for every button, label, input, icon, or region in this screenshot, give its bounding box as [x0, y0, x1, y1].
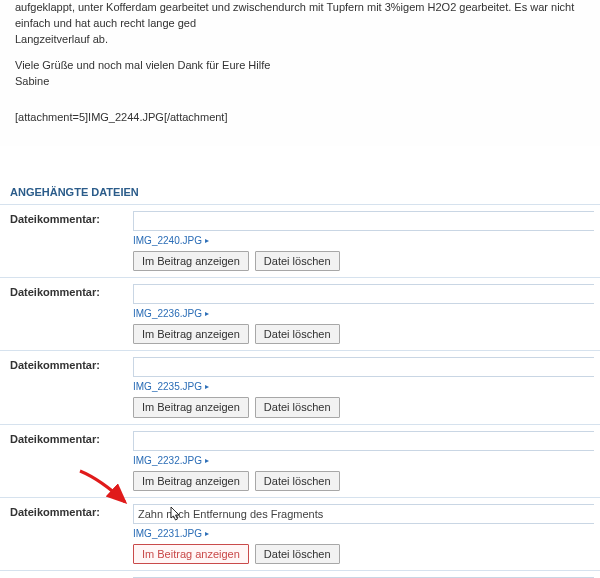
- file-comment-input[interactable]: [133, 211, 594, 231]
- chevron-right-icon: ▸: [205, 309, 209, 318]
- attachment-row: Dateikommentar:IMG_2240.JPG▸Im Beitrag a…: [0, 205, 600, 278]
- file-comment-label: Dateikommentar:: [0, 277, 129, 350]
- attachment-content: IMG_2240.JPG▸Im Beitrag anzeigenDatei lö…: [129, 205, 600, 278]
- attachment-row: Dateikommentar:IMG_2236.JPG▸Im Beitrag a…: [0, 277, 600, 350]
- file-comment-label: Dateikommentar:: [0, 351, 129, 424]
- file-name: IMG_2236.JPG: [133, 308, 202, 319]
- file-link[interactable]: IMG_2232.JPG▸: [133, 455, 209, 466]
- show-in-post-button[interactable]: Im Beitrag anzeigen: [133, 397, 249, 417]
- chevron-right-icon: ▸: [205, 529, 209, 538]
- show-in-post-button[interactable]: Im Beitrag anzeigen: [133, 251, 249, 271]
- attachment-bbcode: [attachment=5]IMG_2244.JPG[/attachment]: [15, 110, 590, 126]
- file-name: IMG_2232.JPG: [133, 455, 202, 466]
- attachment-content: IMG_2235.JPG▸Im Beitrag anzeigenDatei lö…: [129, 351, 600, 424]
- attachment-content: IMG_2231.JPG▸Im Beitrag anzeigenDatei lö…: [129, 497, 600, 570]
- attachment-row: Dateikommentar:IMG_2244.JPG▸Im Beitrag a…: [0, 571, 600, 578]
- post-line: aufgeklappt, unter Kofferdam gearbeitet …: [15, 0, 590, 32]
- show-in-post-button[interactable]: Im Beitrag anzeigen: [133, 471, 249, 491]
- chevron-right-icon: ▸: [205, 236, 209, 245]
- file-link[interactable]: IMG_2236.JPG▸: [133, 308, 209, 319]
- post-greeting: Viele Grüße und noch mal vielen Dank für…: [15, 59, 270, 71]
- file-name: IMG_2235.JPG: [133, 381, 202, 392]
- attachment-content: IMG_2244.JPG▸Im Beitrag anzeigenDatei lö…: [129, 571, 600, 578]
- show-in-post-button[interactable]: Im Beitrag anzeigen: [133, 324, 249, 344]
- file-comment-input[interactable]: [133, 357, 594, 377]
- attachment-content: IMG_2236.JPG▸Im Beitrag anzeigenDatei lö…: [129, 277, 600, 350]
- attachment-row: Dateikommentar:IMG_2232.JPG▸Im Beitrag a…: [0, 424, 600, 497]
- file-name: IMG_2231.JPG: [133, 528, 202, 539]
- attachment-row: Dateikommentar:IMG_2231.JPG▸Im Beitrag a…: [0, 497, 600, 570]
- file-comment-input[interactable]: [133, 504, 594, 524]
- chevron-right-icon: ▸: [205, 456, 209, 465]
- file-link[interactable]: IMG_2231.JPG▸: [133, 528, 209, 539]
- section-attached-files: ANGEHÄNGTE DATEIEN: [0, 180, 600, 205]
- file-comment-label: Dateikommentar:: [0, 205, 129, 278]
- file-comment-label: Dateikommentar:: [0, 571, 129, 578]
- attachments-table: Dateikommentar:IMG_2240.JPG▸Im Beitrag a…: [0, 205, 600, 578]
- file-comment-input[interactable]: [133, 431, 594, 451]
- file-name: IMG_2240.JPG: [133, 235, 202, 246]
- chevron-right-icon: ▸: [205, 382, 209, 391]
- delete-file-button[interactable]: Datei löschen: [255, 397, 340, 417]
- file-comment-label: Dateikommentar:: [0, 424, 129, 497]
- attachment-row: Dateikommentar:IMG_2235.JPG▸Im Beitrag a…: [0, 351, 600, 424]
- attachment-content: IMG_2232.JPG▸Im Beitrag anzeigenDatei lö…: [129, 424, 600, 497]
- file-link[interactable]: IMG_2240.JPG▸: [133, 235, 209, 246]
- file-comment-input[interactable]: [133, 284, 594, 304]
- post-preview: aufgeklappt, unter Kofferdam gearbeitet …: [0, 0, 600, 146]
- delete-file-button[interactable]: Datei löschen: [255, 324, 340, 344]
- delete-file-button[interactable]: Datei löschen: [255, 251, 340, 271]
- delete-file-button[interactable]: Datei löschen: [255, 544, 340, 564]
- file-link[interactable]: IMG_2235.JPG▸: [133, 381, 209, 392]
- show-in-post-button[interactable]: Im Beitrag anzeigen: [133, 544, 249, 564]
- post-line: Langzeitverlauf ab.: [15, 32, 590, 48]
- post-signature: Sabine: [15, 75, 49, 87]
- file-comment-label: Dateikommentar:: [0, 497, 129, 570]
- delete-file-button[interactable]: Datei löschen: [255, 471, 340, 491]
